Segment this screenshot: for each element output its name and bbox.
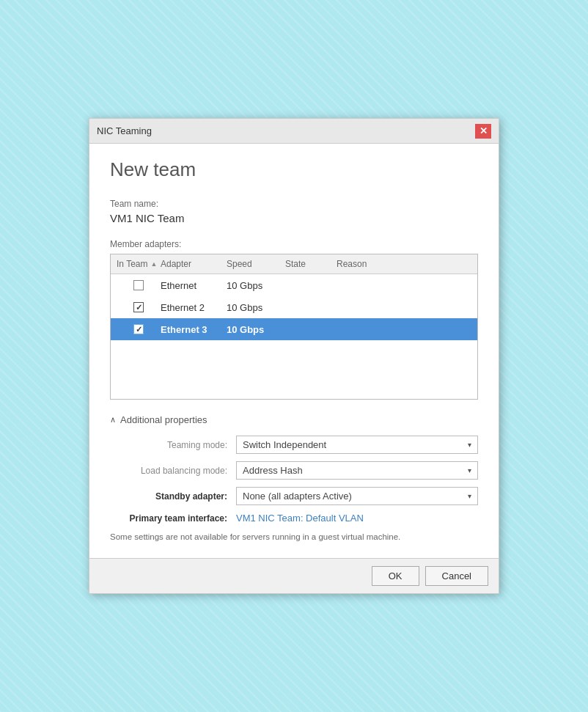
dropdown-arrow-icon: ▾	[468, 441, 471, 449]
ok-button[interactable]: OK	[372, 566, 419, 586]
load-balancing-dropdown[interactable]: Address Hash ▾	[236, 461, 478, 480]
properties-grid: Teaming mode: Switch Independent ▾ Load …	[110, 436, 478, 524]
table-row[interactable]: Ethernet 10 Gbps	[111, 274, 477, 296]
col-adapter: Adapter	[161, 259, 227, 269]
dialog-body: New team Team name: VM1 NIC Team Member …	[89, 144, 499, 557]
team-name-value: VM1 NIC Team	[110, 212, 478, 224]
checkbox-ethernet2[interactable]: ✓	[117, 302, 161, 312]
adapter-name-1: Ethernet	[161, 280, 227, 291]
load-balancing-value: Address Hash	[243, 465, 303, 476]
dropdown-arrow-icon: ▾	[468, 492, 471, 500]
col-in-team: In Team ▲	[117, 259, 161, 269]
checkbox-ethernet1[interactable]	[117, 280, 161, 290]
teaming-mode-value: Switch Independent	[243, 439, 326, 450]
table-row[interactable]: ✓ Ethernet 2 10 Gbps	[111, 296, 477, 318]
dialog-title: NIC Teaming	[97, 125, 152, 136]
checked-icon: ✓	[133, 324, 144, 334]
teaming-mode-dropdown[interactable]: Switch Independent ▾	[236, 436, 478, 454]
close-button[interactable]: ✕	[475, 124, 491, 139]
col-reason: Reason	[337, 259, 471, 269]
title-bar: NIC Teaming ✕	[89, 119, 499, 144]
member-adapters-label: Member adapters:	[110, 239, 478, 249]
page-title: New team	[110, 158, 478, 181]
adapter-speed-3: 10 Gbps	[227, 324, 285, 335]
note-text: Some settings are not available for serv…	[110, 531, 478, 543]
checkbox-ethernet3[interactable]: ✓	[117, 324, 161, 334]
standby-adapter-dropdown[interactable]: None (all adapters Active) ▾	[236, 487, 478, 505]
table-row[interactable]: ✓ Ethernet 3 10 Gbps	[111, 318, 477, 340]
additional-props-label: Additional properties	[120, 414, 207, 425]
nic-teaming-dialog: NIC Teaming ✕ New team Team name: VM1 NI…	[89, 118, 499, 593]
dialog-footer: OK Cancel	[89, 558, 499, 593]
load-balancing-label: Load balancing mode:	[110, 466, 227, 476]
unchecked-icon	[133, 280, 144, 290]
table-header: In Team ▲ Adapter Speed State Reason	[111, 254, 477, 274]
col-speed: Speed	[227, 259, 285, 269]
teaming-mode-label: Teaming mode:	[110, 440, 227, 450]
adapter-speed-1: 10 Gbps	[227, 280, 285, 291]
adapter-name-2: Ethernet 2	[161, 302, 227, 313]
adapter-name-3: Ethernet 3	[161, 324, 227, 335]
col-state: State	[285, 259, 337, 269]
primary-interface-link[interactable]: VM1 NIC Team: Default VLAN	[236, 513, 478, 524]
team-name-label: Team name:	[110, 199, 478, 209]
adapters-table: In Team ▲ Adapter Speed State Reason Eth…	[110, 254, 478, 400]
cancel-button[interactable]: Cancel	[425, 566, 488, 586]
chevron-up-icon: ∧	[110, 415, 116, 425]
checked-icon: ✓	[133, 302, 144, 312]
additional-properties-toggle[interactable]: ∧ Additional properties	[110, 414, 478, 425]
standby-adapter-value: None (all adapters Active)	[243, 491, 352, 502]
adapter-speed-2: 10 Gbps	[227, 302, 285, 313]
dropdown-arrow-icon: ▾	[468, 466, 471, 474]
adapters-empty-area	[111, 340, 477, 399]
sort-arrow-icon: ▲	[150, 260, 157, 268]
primary-interface-label: Primary team interface:	[110, 513, 227, 524]
standby-adapter-label: Standby adapter:	[110, 491, 227, 502]
